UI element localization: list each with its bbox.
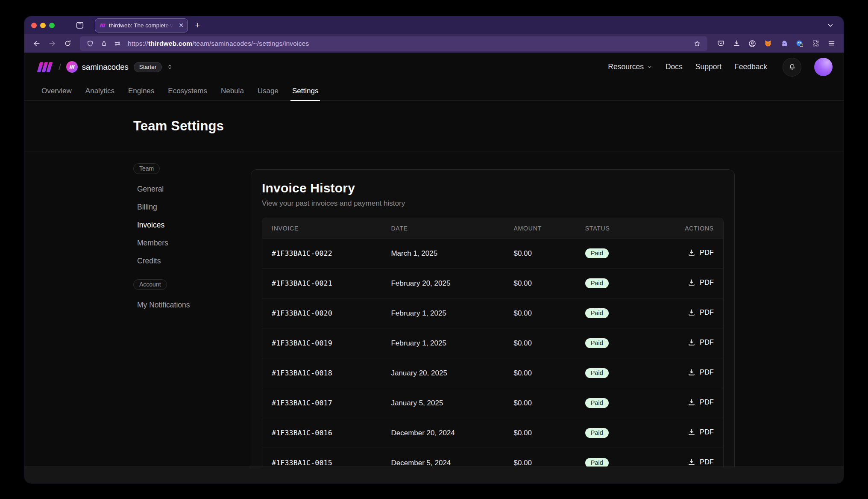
- thirdweb-logo[interactable]: [35, 61, 53, 73]
- user-avatar[interactable]: [814, 58, 833, 76]
- invoice-history-card: Invoice History View your past invoices …: [251, 169, 735, 467]
- page-title-band: Team Settings: [24, 101, 844, 151]
- resources-label: Resources: [608, 62, 644, 71]
- sidebar-group-account: AccountMy Notifications: [133, 279, 251, 314]
- invoice-actions-cell: PDF: [647, 428, 723, 438]
- tab-nebula[interactable]: Nebula: [215, 81, 250, 100]
- support-link[interactable]: Support: [695, 62, 721, 71]
- column-header-invoice: INVOICE: [262, 225, 381, 232]
- privacy-lock-icon[interactable]: [792, 37, 807, 50]
- invoice-amount: $0.00: [504, 369, 575, 378]
- invoice-status-cell: Paid: [576, 308, 647, 319]
- download-pdf-button[interactable]: PDF: [687, 278, 714, 287]
- reload-icon[interactable]: [60, 37, 75, 50]
- invoice-date: December 5, 2024: [381, 459, 504, 467]
- url-text: https://thirdweb.com/team/saminacodes/~/…: [128, 40, 309, 47]
- minimize-window-button[interactable]: [40, 23, 46, 28]
- download-icon: [687, 428, 696, 437]
- tab-settings[interactable]: Settings: [286, 81, 324, 100]
- new-tab-button[interactable]: +: [195, 20, 200, 30]
- notifications-button[interactable]: [783, 58, 801, 77]
- header-links: Resources Docs Support Feedback: [608, 58, 833, 77]
- pdf-label: PDF: [700, 338, 714, 346]
- sidebar-item-credits[interactable]: Credits: [133, 252, 251, 270]
- bookmark-star-icon[interactable]: [691, 38, 703, 50]
- pdf-label: PDF: [700, 308, 714, 316]
- invoice-row: #1F33BA1C-0018January 20, 2025$0.00Paid …: [262, 358, 723, 388]
- invoice-number: #1F33BA1C-0018: [262, 369, 381, 377]
- metamask-fox-icon[interactable]: [761, 37, 775, 50]
- forward-icon[interactable]: [45, 37, 59, 50]
- sidebar-group-pill: Team: [133, 163, 160, 174]
- team-switcher-chevrons-icon[interactable]: [166, 63, 173, 71]
- url-domain: thirdweb.com: [148, 40, 192, 47]
- invoice-status-cell: Paid: [576, 458, 647, 467]
- sidebar-item-members[interactable]: Members: [133, 234, 251, 252]
- invoice-status-cell: Paid: [576, 428, 647, 438]
- bell-icon: [788, 63, 796, 71]
- tab-title: thirdweb: The complete web3 d: [109, 22, 175, 29]
- download-pdf-button[interactable]: PDF: [687, 308, 714, 317]
- menu-hamburger-icon[interactable]: [824, 37, 839, 50]
- card-title: Invoice History: [262, 181, 724, 195]
- pocket-icon[interactable]: [713, 37, 728, 50]
- tab-usage[interactable]: Usage: [252, 81, 284, 100]
- invoice-actions-cell: PDF: [647, 248, 723, 259]
- status-badge: Paid: [585, 248, 609, 259]
- tracking-shield-icon[interactable]: [84, 38, 96, 50]
- tab-close-icon[interactable]: ✕: [179, 22, 184, 28]
- team-name[interactable]: saminacodes: [82, 62, 129, 72]
- download-icon: [687, 248, 696, 257]
- address-bar[interactable]: https://thirdweb.com/team/saminacodes/~/…: [80, 36, 707, 51]
- account-icon[interactable]: [745, 37, 760, 50]
- sidebar-item-invoices[interactable]: Invoices: [133, 216, 251, 234]
- download-pdf-button[interactable]: PDF: [687, 338, 714, 347]
- download-pdf-button[interactable]: PDF: [687, 248, 714, 257]
- downloads-icon[interactable]: [729, 37, 744, 50]
- back-icon[interactable]: [29, 37, 44, 50]
- lock-icon[interactable]: [98, 38, 110, 50]
- sidebar-item-billing[interactable]: Billing: [133, 198, 251, 216]
- sidebar-item-my-notifications[interactable]: My Notifications: [133, 296, 251, 314]
- invoice-actions-cell: PDF: [647, 308, 723, 319]
- status-badge: Paid: [585, 458, 609, 467]
- browser-toolbar: https://thirdweb.com/team/saminacodes/~/…: [24, 34, 844, 53]
- invoice-status-cell: Paid: [576, 278, 647, 289]
- site-header: / saminacodes Starter: [24, 53, 844, 81]
- sidebar-item-general[interactable]: General: [133, 180, 251, 198]
- resources-menu[interactable]: Resources: [608, 62, 653, 71]
- download-pdf-button[interactable]: PDF: [687, 398, 714, 407]
- tab-engines[interactable]: Engines: [122, 81, 160, 100]
- docs-link[interactable]: Docs: [666, 62, 683, 71]
- invoice-number: #1F33BA1C-0017: [262, 399, 381, 407]
- sidebar-group-pill: Account: [133, 279, 167, 290]
- download-pdf-button[interactable]: PDF: [687, 428, 714, 437]
- feedback-link[interactable]: Feedback: [734, 62, 767, 71]
- browser-tab[interactable]: thirdweb: The complete web3 d ✕: [95, 18, 188, 32]
- invoice-status-cell: Paid: [576, 398, 647, 408]
- extensions-puzzle-icon[interactable]: [808, 37, 823, 50]
- permissions-sliders-icon[interactable]: [111, 38, 123, 50]
- invoice-actions-cell: PDF: [647, 458, 723, 467]
- firefox-view-icon[interactable]: [73, 19, 86, 32]
- team-avatar[interactable]: [66, 61, 78, 73]
- column-header-status: STATUS: [576, 225, 647, 232]
- download-pdf-button[interactable]: PDF: [687, 458, 714, 467]
- toolbar-extensions: [713, 37, 839, 50]
- invoice-row: #1F33BA1C-0020February 1, 2025$0.00Paid …: [262, 298, 723, 328]
- phantom-ghost-icon[interactable]: [777, 37, 791, 50]
- zoom-window-button[interactable]: [49, 23, 55, 28]
- invoice-row: #1F33BA1C-0017January 5, 2025$0.00Paid P…: [262, 388, 723, 418]
- list-tabs-chevron-icon[interactable]: [824, 19, 837, 32]
- tab-overview[interactable]: Overview: [35, 81, 78, 100]
- download-pdf-button[interactable]: PDF: [687, 368, 714, 377]
- invoice-amount: $0.00: [504, 429, 575, 437]
- invoice-date: February 1, 2025: [381, 309, 504, 318]
- tab-label: Overview: [41, 87, 72, 95]
- download-icon: [687, 398, 696, 407]
- column-header-actions: ACTIONS: [647, 225, 723, 232]
- tab-analytics[interactable]: Analytics: [79, 81, 120, 100]
- tab-ecosystems[interactable]: Ecosystems: [162, 81, 213, 100]
- invoice-status-cell: Paid: [576, 338, 647, 348]
- close-window-button[interactable]: [31, 23, 37, 28]
